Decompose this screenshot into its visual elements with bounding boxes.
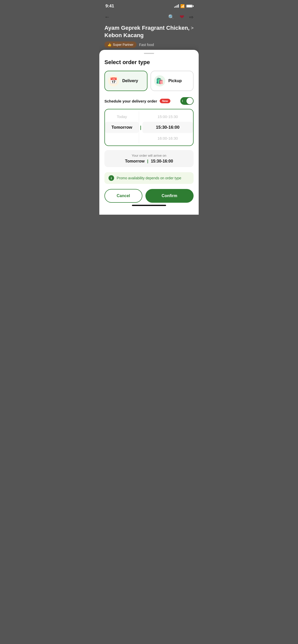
share-icon[interactable]: ⇨ <box>189 14 194 20</box>
schedule-text: Schedule your delivery order <box>104 99 157 103</box>
promo-notice: i Promo availability depends on order ty… <box>104 172 194 184</box>
thumbs-up-icon: 👍 <box>107 43 112 47</box>
order-type-row: 📅 Delivery 🛍️ Pickup <box>104 71 194 91</box>
arrival-box: Your order will arrive on Tomorrow | 15:… <box>104 150 194 167</box>
day-today[interactable]: Today <box>105 111 139 122</box>
pickup-option[interactable]: 🛍️ Pickup <box>151 71 194 91</box>
day-empty <box>105 133 139 139</box>
favorite-icon[interactable]: ❤ <box>180 14 184 20</box>
category-label: Fast food <box>139 43 154 47</box>
promo-text: Promo availability depends on order type <box>117 176 181 180</box>
time-1530[interactable]: 15:30-16:00 <box>142 122 193 133</box>
signal-icon <box>174 5 179 8</box>
drag-handle <box>144 53 154 54</box>
chevron-right-icon[interactable]: > <box>191 25 194 31</box>
schedule-row: Schedule your delivery order New I <box>104 97 194 105</box>
picker-box[interactable]: Today Tomorrow | 15:00-15:30 15:30-16:00… <box>104 109 194 146</box>
restaurant-name: Ayam Geprek Fragrant Chicken,Kebon Kacan… <box>104 24 189 39</box>
arrival-day: Tomorrow <box>125 159 145 164</box>
status-time: 9:41 <box>105 4 114 9</box>
arrival-time-value: 15:30-16:00 <box>151 159 173 164</box>
confirm-button[interactable]: Confirm <box>145 189 194 203</box>
search-icon[interactable]: 🔍 <box>168 14 174 20</box>
action-row: Cancel Confirm <box>104 189 194 203</box>
arrival-label: Your order will arrive on <box>110 154 188 157</box>
delivery-label: Delivery <box>122 79 138 83</box>
schedule-toggle[interactable]: I <box>180 97 194 105</box>
restaurant-name-row: Ayam Geprek Fragrant Chicken,Kebon Kacan… <box>104 24 194 41</box>
arrival-time: Tomorrow | 15:30-16:00 <box>110 159 188 164</box>
info-icon: i <box>109 175 114 181</box>
badge-row: 👍 Super Partner Fast food <box>104 41 194 48</box>
battery-icon <box>186 5 193 8</box>
cancel-button[interactable]: Cancel <box>104 189 142 203</box>
super-partner-label: Super Partner <box>113 43 133 47</box>
status-icons: 📶 <box>174 4 193 8</box>
status-bar: 9:41 📶 <box>99 0 199 11</box>
toggle-knob <box>186 98 193 104</box>
picker-times: 15:00-15:30 15:30-16:00 16:00-16:30 <box>142 111 193 143</box>
day-tomorrow[interactable]: Tomorrow <box>105 122 139 133</box>
schedule-label: Schedule your delivery order New <box>104 99 170 103</box>
home-indicator <box>132 205 166 206</box>
time-1500[interactable]: 15:00-15:30 <box>142 111 193 122</box>
sheet-title: Select order type <box>104 59 194 66</box>
delivery-icon: 📅 <box>108 75 119 86</box>
header-actions: 🔍 ❤ ⇨ <box>168 14 194 20</box>
time-1600[interactable]: 16:00-16:30 <box>142 133 193 143</box>
toggle-text: I <box>182 100 183 103</box>
super-partner-badge: 👍 Super Partner <box>104 41 137 48</box>
pickup-icon: 🛍️ <box>154 75 165 86</box>
picker-days: Today Tomorrow <box>105 111 139 143</box>
arrival-divider: | <box>147 159 148 164</box>
pickup-label: Pickup <box>168 79 182 83</box>
header-nav: ← 🔍 ❤ ⇨ <box>104 14 194 20</box>
back-button[interactable]: ← <box>104 14 110 20</box>
wifi-icon: 📶 <box>180 4 185 8</box>
bottom-sheet: Select order type 📅 Delivery 🛍️ Pickup S… <box>99 50 199 215</box>
delivery-option[interactable]: 📅 Delivery <box>104 71 147 91</box>
new-badge: New <box>160 99 171 103</box>
